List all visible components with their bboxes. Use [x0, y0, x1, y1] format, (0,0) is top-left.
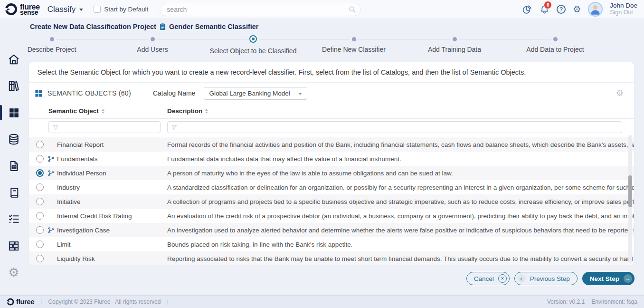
step-label: Add Users	[102, 46, 203, 53]
wizard-actions: Cancel × ‹ Previous Step Next Step →	[466, 272, 635, 285]
step-label: Define New Classifier	[303, 46, 404, 53]
table-row[interactable]: Individual Person A person of maturity w…	[29, 166, 634, 180]
sidebar-item-catalog-book[interactable]	[0, 186, 28, 199]
description-filter	[167, 121, 622, 133]
step-define-new-classifier[interactable]: Define New Classifier	[303, 35, 404, 55]
top-bar: fluree sense Classify Start by Default	[0, 0, 644, 19]
sidebar-item-apps-grid[interactable]	[0, 106, 28, 119]
next-step-button[interactable]: Next Step →	[582, 272, 635, 285]
catalog-select[interactable]: Global Large Banking Model	[204, 87, 307, 100]
start-by-default-input[interactable]	[94, 6, 101, 13]
row-radio[interactable]	[36, 255, 44, 262]
chevron-left-icon: ‹	[517, 274, 526, 283]
app-footer: fluree | Copyright © 2023 Fluree - All r…	[0, 295, 644, 308]
catalog-name-label: Catalog Name	[153, 89, 196, 97]
step-describe-project[interactable]: Describe Project	[1, 35, 102, 55]
version-text: Version: v0.2.1	[547, 298, 585, 305]
fluree-sense-logo[interactable]: fluree sense	[5, 3, 40, 16]
step-dot-icon	[453, 37, 457, 41]
row-name: Internal Credit Risk Rating	[57, 212, 167, 220]
main-panel: Select the Semantic Object for which you…	[28, 62, 635, 265]
row-name: Fundamentals	[57, 155, 167, 163]
semantic-object-filter-input[interactable]	[61, 122, 160, 133]
semantic-object-filter	[48, 121, 161, 133]
row-description: An evaluation of the credit risk of a pr…	[167, 212, 634, 220]
step-add-users[interactable]: Add Users	[102, 35, 203, 55]
step-select-object-to-be-classified[interactable]: Select Object to be Classified	[203, 35, 303, 55]
top-right-cluster: 6 ? ⚙ John Doe Sign Out	[522, 2, 637, 17]
step-dot-icon	[151, 37, 155, 41]
row-name: Investigation Case	[57, 227, 167, 234]
brand-line2: sense	[20, 10, 40, 15]
table-row[interactable]: Fundamentals Fundamental data includes d…	[29, 152, 634, 166]
arrow-right-icon: →	[624, 274, 632, 283]
cancel-button[interactable]: Cancel ×	[466, 272, 510, 285]
copyright-text: Copyright © 2023 Fluree - All rights res…	[48, 298, 161, 305]
start-by-default-label: Start by Default	[104, 6, 148, 13]
table-row[interactable]: Liquidity Risk Reporting associated to r…	[29, 251, 634, 265]
panel-header: SEMANTIC OBJECTS (60) Catalog Name Globa…	[29, 83, 634, 104]
breadcrumb: Create New Data Classification Project G…	[30, 23, 259, 30]
help-icon[interactable]: ?	[557, 5, 566, 14]
database-icon	[8, 133, 20, 145]
footer-brand: fluree	[16, 298, 34, 306]
user-menu[interactable]: John Doe Sign Out	[610, 2, 637, 16]
previous-step-button[interactable]: ‹ Previous Step	[514, 272, 578, 285]
analytics-pie-icon[interactable]	[522, 4, 532, 15]
row-radio[interactable]	[36, 241, 44, 248]
panel-instruction: Select the Semantic Object for which you…	[29, 62, 634, 83]
avatar[interactable]	[588, 2, 603, 17]
row-name: Initiative	[57, 198, 167, 205]
row-name: Liquidity Risk	[57, 255, 167, 262]
classify-menu[interactable]: Classify	[47, 5, 84, 14]
row-radio[interactable]	[36, 155, 44, 163]
notifications-bell-icon[interactable]: 6	[540, 4, 549, 14]
sidebar-item-checklist[interactable]	[0, 212, 28, 226]
search-icon	[349, 6, 356, 13]
description-filter-input[interactable]	[180, 122, 622, 133]
scrollbar-thumb[interactable]	[628, 175, 632, 207]
table-row[interactable]: Investigation Case An investigation used…	[29, 223, 634, 237]
sidebar-item-data-blocks[interactable]	[0, 239, 28, 252]
table-row[interactable]: Industry A standardized classification o…	[29, 180, 634, 194]
sidebar-item-data-file[interactable]	[0, 159, 28, 173]
chevron-down-icon	[79, 9, 83, 11]
step-dot-icon	[249, 35, 257, 43]
filter-funnel-icon	[53, 125, 58, 130]
row-radio[interactable]	[36, 226, 44, 234]
home-icon	[8, 53, 20, 66]
row-radio[interactable]	[36, 212, 44, 220]
row-radio[interactable]	[36, 183, 44, 191]
row-description: A standardized classification or delinea…	[167, 184, 634, 191]
row-description: A collection of programs and projects ti…	[167, 198, 634, 205]
sidebar-item-home[interactable]	[0, 53, 28, 66]
clipboard-icon	[160, 23, 166, 30]
catalog-select-value: Global Large Banking Model	[209, 90, 290, 97]
table-row[interactable]: Limit Bounds placed on risk taking, in-l…	[29, 237, 634, 251]
sidebar-item-database[interactable]	[0, 133, 28, 146]
list-title: SEMANTIC OBJECTS (60)	[47, 89, 131, 97]
step-add-training-data[interactable]: Add Training Data	[404, 35, 505, 55]
semantic-objects-grid-icon	[35, 89, 43, 97]
table-scrollbar[interactable]	[628, 135, 632, 262]
settings-gear-icon[interactable]: ⚙	[573, 5, 581, 14]
sidebar-item-library[interactable]	[0, 79, 28, 93]
row-radio[interactable]	[36, 169, 44, 177]
column-header-semantic-object[interactable]: Semantic Object	[48, 107, 167, 115]
row-radio[interactable]	[36, 198, 44, 205]
column-header-description[interactable]: Description	[167, 107, 208, 115]
filter-row	[29, 119, 634, 135]
step-add-data-to-project[interactable]: Add Data to Project	[505, 35, 606, 55]
table-row[interactable]: Internal Credit Risk Rating An evaluatio…	[29, 209, 634, 223]
sign-out-link[interactable]: Sign Out	[610, 10, 637, 16]
row-radio[interactable]	[36, 141, 44, 148]
table-row[interactable]: Financial Report Formal records of the f…	[29, 137, 634, 152]
step-label: Add Data to Project	[505, 46, 606, 53]
search-input[interactable]	[160, 3, 361, 16]
start-by-default-checkbox[interactable]: Start by Default	[94, 6, 148, 13]
row-name: Financial Report	[57, 141, 167, 148]
table-row[interactable]: Initiative A collection of programs and …	[29, 194, 634, 209]
filter-funnel-icon	[171, 125, 177, 130]
sidebar-item-settings[interactable]: ⚙	[0, 266, 28, 279]
table-settings-gear-icon[interactable]: ⚙	[616, 89, 624, 97]
